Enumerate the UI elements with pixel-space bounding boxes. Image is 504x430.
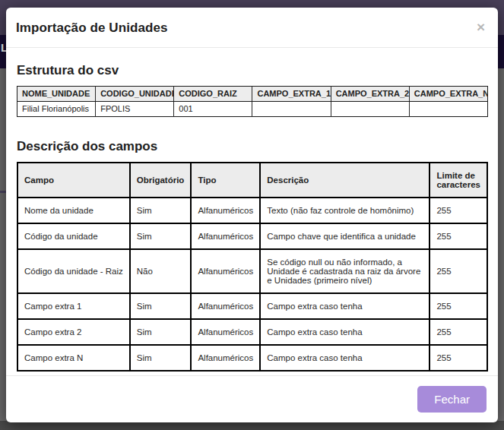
field-name-cell: Nome da unidade [17,198,130,223]
csv-sample-row: Filial Florianópolis FPOLIS 001 [17,102,488,117]
field-required-cell: Sim [130,319,192,345]
modal-title: Importação de Unidades [16,21,487,36]
field-type-cell: Alfanuméricos [191,249,260,293]
field-required-cell: Sim [130,223,192,249]
field-name-cell: Código da unidade [17,223,130,249]
field-type-cell: Alfanuméricos [191,198,260,223]
fields-header-cell: Descrição [260,163,430,198]
field-description-cell: Campo extra caso tenha [260,293,430,319]
table-row: Código da unidade - Raiz Não Alfanuméric… [17,249,487,293]
csv-structure-heading: Estrutura do csv [17,63,488,78]
field-required-cell: Não [130,249,192,293]
field-description-cell: Campo extra caso tenha [260,345,430,371]
close-icon[interactable]: × [477,20,485,34]
page-background-rule [0,191,6,193]
field-limit-cell: 255 [430,345,487,371]
csv-header-cell: CAMPO_EXTRA_1 [252,87,331,102]
field-type-cell: Alfanuméricos [191,345,260,371]
field-limit-cell: 255 [430,249,487,293]
modal-header: Importação de Unidades × [6,8,498,48]
field-limit-cell: 255 [430,319,487,345]
field-required-cell: Sim [130,198,192,223]
field-description-heading: Descrição dos campos [17,139,488,154]
field-name-cell: Código da unidade - Raiz [17,249,130,293]
csv-structure-table: NOME_UNIDADE CODIGO_UNIDADE CODIGO_RAIZ … [17,86,488,117]
field-required-cell: Sim [130,293,192,319]
csv-cell [409,102,487,117]
field-required-cell: Sim [130,345,192,371]
table-row: Campo extra N Sim Alfanuméricos Campo ex… [17,345,487,371]
csv-header-cell: NOME_UNIDADE [17,87,96,102]
field-name-cell: Campo extra N [17,345,130,371]
fechar-button[interactable]: Fechar [417,386,487,413]
csv-cell [331,102,409,117]
csv-cell [252,102,331,117]
table-row: Nome da unidade Sim Alfanuméricos Texto … [17,198,487,223]
field-description-cell: Campo extra caso tenha [260,319,430,345]
table-row: Campo extra 1 Sim Alfanuméricos Campo ex… [17,293,487,319]
field-limit-cell: 255 [430,293,487,319]
field-limit-cell: 255 [430,198,487,223]
field-type-cell: Alfanuméricos [191,223,260,249]
fields-header-cell: Tipo [191,163,260,198]
csv-header-cell: CAMPO_EXTRA_N [409,87,487,102]
field-name-cell: Campo extra 2 [17,319,130,345]
fields-header-cell: Obrigatório [130,163,192,198]
field-description-table: Campo Obrigatório Tipo Descrição Limite … [17,162,488,372]
csv-cell: FPOLIS [96,102,174,117]
table-row: Campo extra 2 Sim Alfanuméricos Campo ex… [17,319,487,345]
fields-header-cell: Limite de caracteres [430,163,487,198]
fields-header-cell: Campo [17,163,130,198]
field-name-cell: Campo extra 1 [17,293,130,319]
field-type-cell: Alfanuméricos [191,319,260,345]
field-limit-cell: 255 [430,223,487,249]
csv-header-row: NOME_UNIDADE CODIGO_UNIDADE CODIGO_RAIZ … [17,87,488,102]
csv-cell: Filial Florianópolis [17,102,96,117]
field-description-cell: Campo chave que identifica a unidade [260,223,430,249]
csv-header-cell: CODIGO_RAIZ [174,87,252,102]
csv-header-cell: CAMPO_EXTRA_2 [331,87,409,102]
table-row: Código da unidade Sim Alfanuméricos Camp… [17,223,487,249]
csv-cell: 001 [174,102,252,117]
import-units-modal: Importação de Unidades × Estrutura do cs… [6,8,498,422]
modal-footer: Fechar [6,375,498,422]
fields-header-row: Campo Obrigatório Tipo Descrição Limite … [17,163,487,198]
field-description-cell: Se código null ou não informado, a Unida… [260,249,430,293]
csv-header-cell: CODIGO_UNIDADE [96,87,174,102]
field-type-cell: Alfanuméricos [191,293,260,319]
modal-body: Estrutura do csv NOME_UNIDADE CODIGO_UNI… [6,48,498,375]
field-description-cell: Texto (não faz controle de homônimo) [260,198,430,223]
